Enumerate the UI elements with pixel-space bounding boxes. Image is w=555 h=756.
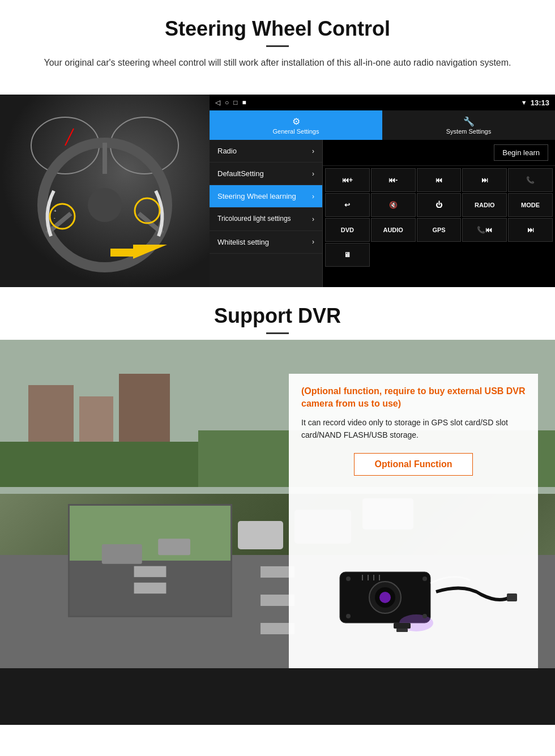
recents-icon: □ (233, 99, 237, 106)
nav-icons: ◁ ○ □ ■ (215, 99, 246, 106)
ctrl-vol-down[interactable]: ⏮- (371, 168, 416, 192)
svg-rect-27 (0, 668, 555, 725)
dvr-title: Support DVR (0, 287, 555, 332)
menu-item-radio-label: Radio (217, 147, 237, 155)
dvr-card-description: It can record video only to storage in G… (301, 416, 526, 442)
steering-wheel-svg: + - (8, 100, 201, 281)
menu-list: Radio › DefaultSetting › Steering Wheel … (210, 140, 323, 287)
svg-point-7 (88, 188, 122, 222)
ctrl-power[interactable]: ⏻ (417, 193, 462, 217)
menu-item-whitelist[interactable]: Whitelist setting › (210, 231, 322, 254)
begin-learn-button[interactable]: Begin learn (494, 144, 548, 161)
ctrl-call-prev[interactable]: 📞⏮ (462, 218, 507, 242)
tabs-row: ⚙ General Settings 🔧 System Settings (210, 110, 555, 140)
svg-text:-: - (54, 215, 56, 220)
title-divider (266, 45, 289, 47)
signal-icon: ▼ (521, 99, 527, 106)
steering-description: Your original car's steering wheel contr… (37, 56, 518, 70)
svg-point-42 (422, 576, 427, 581)
svg-line-2 (65, 129, 74, 146)
svg-point-44 (422, 614, 427, 618)
steering-section: Steering Wheel Control Your original car… (0, 0, 555, 95)
svg-point-41 (346, 576, 351, 581)
dvr-camera-svg (306, 549, 521, 640)
steering-wheel-image: + - (0, 95, 210, 287)
menu-item-default-label: DefaultSetting (217, 169, 264, 178)
svg-text:+: + (54, 208, 57, 213)
status-time: 13:13 (531, 99, 549, 107)
menu-item-default[interactable]: DefaultSetting › (210, 163, 322, 185)
svg-rect-13 (110, 249, 134, 257)
tab-system-settings[interactable]: 🔧 System Settings (382, 110, 555, 140)
ctrl-radio[interactable]: RADIO (462, 193, 507, 217)
ctrl-prev[interactable]: ⏮ (417, 168, 462, 192)
ctrl-call[interactable]: 📞 (508, 168, 553, 192)
menu-arrow-default: › (312, 170, 314, 178)
steering-title: Steering Wheel Control (23, 17, 532, 41)
dvr-inset-image (68, 504, 232, 617)
dvr-info-card: (Optional function, require to buy exter… (289, 374, 538, 668)
ctrl-gps[interactable]: GPS (417, 218, 462, 242)
menu-arrow-whitelist: › (312, 238, 314, 246)
svg-rect-31 (134, 583, 166, 593)
menu-item-radio[interactable]: Radio › (210, 140, 322, 163)
svg-point-38 (379, 592, 391, 603)
right-panel: Begin learn ⏮+ ⏮- ⏮ ⏭ 📞 ↩ 🔇 ⏻ RADIO MODE… (323, 140, 555, 287)
tab-system-label: System Settings (446, 128, 491, 135)
dvr-divider (266, 332, 289, 334)
svg-rect-49 (394, 623, 411, 629)
svg-rect-33 (158, 539, 190, 555)
optional-function-row: Optional Function (301, 453, 526, 476)
ctrl-audio[interactable]: AUDIO (371, 218, 416, 242)
status-bar: ◁ ○ □ ■ ▼ 13:13 (210, 95, 555, 110)
steering-composite: + - ◁ ○ □ ■ ▼ 13:13 ⚙ (0, 95, 555, 287)
ctrl-vol-up[interactable]: ⏮+ (325, 168, 370, 192)
menu-item-steering-label: Steering Wheel learning (217, 192, 296, 200)
dvr-card-title: (Optional function, require to buy exter… (301, 385, 526, 411)
svg-rect-18 (0, 442, 198, 487)
back-icon: ◁ (215, 99, 220, 106)
begin-learn-row: Begin learn (323, 140, 555, 166)
home-icon: ○ (225, 99, 229, 106)
screen-content: Radio › DefaultSetting › Steering Wheel … (210, 140, 555, 287)
svg-rect-30 (134, 566, 166, 577)
menu-arrow-light: › (312, 215, 314, 223)
dvr-section: Support DVR (0, 287, 555, 725)
steering-wheel-bg: + - (0, 95, 210, 287)
svg-rect-40 (507, 593, 517, 601)
svg-rect-17 (119, 374, 170, 453)
menu-arrow-steering: › (312, 193, 314, 200)
menu-item-steering[interactable]: Steering Wheel learning › (210, 185, 322, 208)
svg-marker-12 (133, 245, 167, 259)
menu-arrow-radio: › (312, 147, 314, 155)
svg-rect-50 (396, 629, 408, 632)
ctrl-mode[interactable]: MODE (508, 193, 553, 217)
dvr-camera-container (289, 549, 538, 640)
dvr-background: (Optional function, require to buy exter… (0, 340, 555, 725)
svg-rect-32 (102, 544, 142, 564)
optional-function-button[interactable]: Optional Function (354, 453, 473, 476)
ctrl-screen[interactable]: 🖥 (325, 243, 370, 267)
status-right: ▼ 13:13 (521, 99, 549, 107)
system-icon: 🔧 (463, 116, 475, 127)
menu-item-light-label: Tricoloured light settings (217, 215, 291, 224)
svg-rect-24 (238, 521, 283, 549)
ctrl-mute[interactable]: 🔇 (371, 193, 416, 217)
ctrl-dvd[interactable]: DVD (325, 218, 370, 242)
inset-road-svg (70, 506, 230, 616)
android-screen: ◁ ○ □ ■ ▼ 13:13 ⚙ General Settings 🔧 Sys… (210, 95, 555, 287)
ctrl-hangup[interactable]: ↩ (325, 193, 370, 217)
ctrl-next[interactable]: ⏭ (462, 168, 507, 192)
tab-general-settings[interactable]: ⚙ General Settings (210, 110, 382, 140)
controls-grid: ⏮+ ⏮- ⏮ ⏭ 📞 ↩ 🔇 ⏻ RADIO MODE DVD AUDIO G… (323, 166, 555, 269)
menu-item-whitelist-label: Whitelist setting (217, 238, 269, 246)
menu-icon: ■ (242, 99, 246, 106)
ctrl-skip[interactable]: ⏭ (508, 218, 553, 242)
tab-general-label: General Settings (273, 128, 319, 135)
settings-icon: ⚙ (292, 116, 300, 127)
menu-item-light[interactable]: Tricoloured light settings › (210, 208, 322, 231)
svg-point-43 (346, 614, 351, 618)
